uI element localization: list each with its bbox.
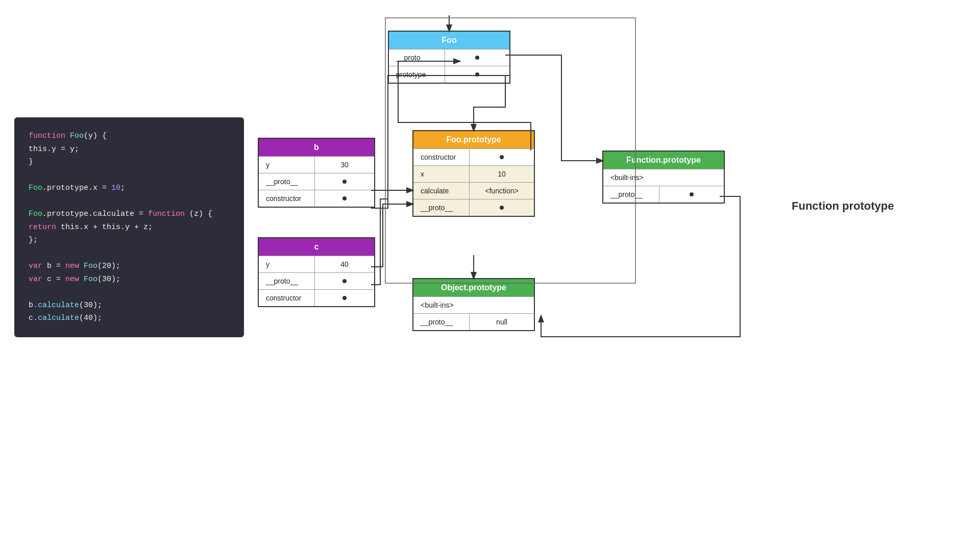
box-c-row-y: y 40	[259, 256, 374, 272]
box-foo-prototype: Foo.prototype constructor x 10 calculate…	[412, 130, 535, 217]
box-b-header: b	[259, 139, 374, 156]
box-b: b y 30 __proto__ constructor	[258, 138, 375, 208]
code-line-8: return this.x + this.y + z;	[29, 221, 230, 234]
code-line-4	[29, 169, 230, 182]
box-function-prototype: Function.prototype <built-ins> __proto__	[602, 151, 725, 204]
box-foo: Foo __proto__ prototype	[388, 31, 510, 84]
box-foo-header: Foo	[389, 32, 509, 49]
box-foo-row-prototype: prototype	[389, 66, 509, 83]
box-object-prototype-row-proto: __proto__ null	[413, 313, 534, 330]
box-foo-prototype-header: Foo.prototype	[413, 131, 534, 148]
code-line-3: }	[29, 156, 230, 169]
box-c-header: c	[259, 238, 374, 256]
code-line-1: function Foo(y) {	[29, 130, 230, 143]
code-line-12: var c = new Foo(30);	[29, 273, 230, 286]
box-foo-prototype-row-x: x 10	[413, 165, 534, 182]
code-line-5: Foo.prototype.x = 10;	[29, 182, 230, 195]
box-b-row-proto: __proto__	[259, 173, 374, 190]
code-line-10	[29, 247, 230, 260]
box-b-row-y: y 30	[259, 156, 374, 173]
function-prototype-label: Function prototype	[792, 198, 947, 214]
code-line-2: this.y = y;	[29, 143, 230, 156]
box-function-prototype-row-builtins: <built-ins>	[603, 169, 724, 186]
box-foo-prototype-row-proto: __proto__	[413, 199, 534, 216]
box-b-row-constructor: constructor	[259, 190, 374, 207]
box-function-prototype-header: Function.prototype	[603, 152, 724, 169]
box-foo-row-proto: __proto__	[389, 49, 509, 66]
box-foo-prototype-row-constructor: constructor	[413, 148, 534, 165]
box-object-prototype-header: Object.prototype	[413, 279, 534, 296]
box-c-row-constructor: constructor	[259, 289, 374, 306]
box-function-prototype-row-proto: __proto__	[603, 186, 724, 203]
code-line-15: c.calculate(40);	[29, 312, 230, 325]
code-line-14: b.calculate(30);	[29, 299, 230, 312]
code-line-9: };	[29, 234, 230, 247]
code-line-13	[29, 286, 230, 299]
box-object-prototype: Object.prototype <built-ins> __proto__ n…	[412, 278, 535, 331]
box-object-prototype-row-builtins: <built-ins>	[413, 296, 534, 313]
box-c: c y 40 __proto__ constructor	[258, 237, 375, 307]
box-foo-prototype-row-calculate: calculate <function>	[413, 182, 534, 199]
code-line-6	[29, 195, 230, 208]
code-line-7: Foo.prototype.calculate = function (z) {	[29, 208, 230, 221]
code-line-11: var b = new Foo(20);	[29, 260, 230, 273]
box-c-row-proto: __proto__	[259, 272, 374, 289]
code-block: function Foo(y) { this.y = y; } Foo.prot…	[14, 117, 244, 337]
